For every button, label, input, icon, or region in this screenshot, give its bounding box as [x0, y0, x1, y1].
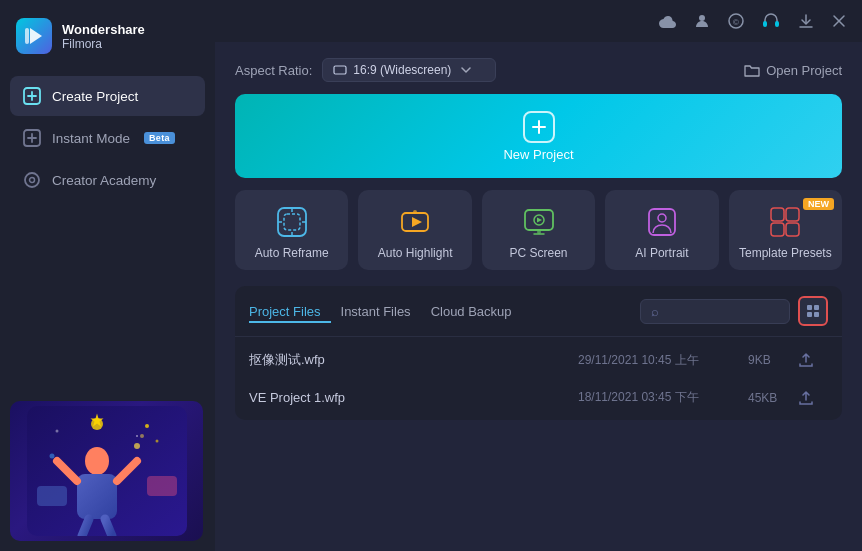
instant-mode-icon [22, 128, 42, 148]
cloud-icon[interactable] [658, 14, 676, 28]
content-area: Aspect Ratio: 16:9 (Widescreen) Open Pro… [215, 42, 862, 551]
project-files-section: Project Files Instant Files Cloud Backup… [235, 286, 842, 420]
copyright-icon[interactable]: © [728, 13, 744, 29]
aspect-ratio-value: 16:9 (Widescreen) [353, 63, 451, 77]
upload-icon[interactable] [798, 390, 828, 406]
action-card-auto-highlight[interactable]: Auto Highlight [358, 190, 471, 270]
files-list: 抠像测试.wfp 29/11/2021 10:45 上午 9KB VE Proj… [235, 337, 842, 420]
pc-screen-icon [521, 204, 557, 240]
new-project-plus-icon [523, 111, 555, 143]
pc-screen-label: PC Screen [510, 246, 568, 260]
svg-rect-58 [786, 208, 799, 221]
aspect-ratio-select[interactable]: 16:9 (Widescreen) [322, 58, 496, 82]
files-search: ⌕ [640, 296, 828, 326]
svg-rect-59 [771, 223, 784, 236]
template-presets-label: Template Presets [739, 246, 832, 260]
auto-reframe-label: Auto Reframe [255, 246, 329, 260]
auto-reframe-icon [274, 204, 310, 240]
new-project-label: New Project [503, 147, 573, 162]
sidebar-item-create-project[interactable]: Create Project [10, 76, 205, 116]
action-card-auto-reframe[interactable]: Auto Reframe [235, 190, 348, 270]
auto-highlight-label: Auto Highlight [378, 246, 453, 260]
beta-badge: Beta [144, 132, 175, 144]
svg-point-13 [155, 440, 158, 443]
svg-point-49 [413, 210, 417, 214]
close-icon[interactable] [832, 14, 846, 28]
svg-rect-32 [763, 21, 767, 27]
logo-icon [16, 18, 52, 54]
svg-marker-54 [537, 218, 542, 223]
table-row[interactable]: 抠像测试.wfp 29/11/2021 10:45 上午 9KB [235, 341, 842, 379]
download-icon[interactable] [798, 13, 814, 29]
create-project-label: Create Project [52, 89, 138, 104]
grid-icon [806, 304, 820, 318]
app-name: Wondershare [62, 22, 145, 37]
widescreen-icon [333, 65, 347, 75]
table-row[interactable]: VE Project 1.wfp 18/11/2021 03:45 下午 45K… [235, 379, 842, 416]
svg-rect-17 [77, 474, 117, 519]
creator-academy-label: Creator Academy [52, 173, 156, 188]
svg-rect-27 [37, 486, 67, 506]
search-icon: ⌕ [651, 304, 659, 319]
action-card-pc-screen[interactable]: PC Screen [482, 190, 595, 270]
sidebar: Wondershare Filmora Create Project [0, 0, 215, 551]
search-box[interactable]: ⌕ [640, 299, 790, 324]
auto-highlight-icon [397, 204, 433, 240]
action-card-template-presets[interactable]: NEW Template Presets [729, 190, 842, 270]
svg-point-29 [699, 15, 705, 21]
instant-mode-label: Instant Mode [52, 131, 130, 146]
svg-point-9 [25, 173, 39, 187]
app-name2: Filmora [62, 37, 145, 51]
sidebar-illustration [0, 391, 215, 551]
grid-view-button[interactable] [798, 296, 828, 326]
tab-cloud-backup[interactable]: Cloud Backup [431, 300, 522, 323]
svg-rect-38 [334, 66, 346, 74]
action-cards: Auto Reframe Auto Highlight [235, 190, 842, 270]
top-bar: © [215, 0, 862, 42]
logo-area: Wondershare Filmora [0, 0, 215, 72]
account-icon[interactable] [694, 13, 710, 29]
svg-rect-60 [786, 223, 799, 236]
sidebar-item-creator-academy[interactable]: Creator Academy [10, 160, 205, 200]
sidebar-nav: Create Project Instant Mode Beta [0, 72, 215, 204]
svg-point-23 [91, 418, 103, 430]
action-card-ai-portrait[interactable]: AI Portrait [605, 190, 718, 270]
svg-point-25 [140, 434, 144, 438]
files-header: Project Files Instant Files Cloud Backup… [235, 286, 842, 337]
aspect-ratio-label: Aspect Ratio: [235, 63, 312, 78]
aspect-ratio-bar: Aspect Ratio: 16:9 (Widescreen) Open Pro… [235, 58, 842, 82]
svg-text:©: © [733, 18, 739, 27]
illustration-svg [27, 406, 187, 536]
tab-instant-files[interactable]: Instant Files [341, 300, 421, 323]
sidebar-item-instant-mode[interactable]: Instant Mode Beta [10, 118, 205, 158]
svg-rect-33 [775, 21, 779, 27]
file-size: 45KB [748, 391, 798, 405]
svg-rect-62 [814, 305, 819, 310]
svg-point-26 [49, 454, 54, 459]
tab-project-files[interactable]: Project Files [249, 300, 331, 323]
svg-rect-2 [25, 28, 29, 44]
svg-rect-42 [284, 214, 300, 230]
main-content: © Aspect [215, 0, 862, 551]
file-date: 29/11/2021 10:45 上午 [578, 352, 748, 369]
svg-point-15 [55, 430, 58, 433]
headphone-icon[interactable] [762, 13, 780, 29]
new-badge: NEW [803, 198, 834, 210]
folder-icon [744, 63, 760, 77]
plus-icon [529, 117, 549, 137]
svg-rect-64 [814, 312, 819, 317]
logo-text: Wondershare Filmora [62, 22, 145, 51]
create-project-icon [22, 86, 42, 106]
svg-point-56 [658, 214, 666, 222]
file-name: 抠像测试.wfp [249, 351, 578, 369]
svg-rect-57 [771, 208, 784, 221]
aspect-ratio-left: Aspect Ratio: 16:9 (Widescreen) [235, 58, 496, 82]
open-project-label: Open Project [766, 63, 842, 78]
upload-icon[interactable] [798, 352, 828, 368]
svg-point-14 [136, 435, 138, 437]
open-project-button[interactable]: Open Project [744, 63, 842, 78]
new-project-banner[interactable]: New Project [235, 94, 842, 178]
svg-point-24 [134, 443, 140, 449]
ai-portrait-label: AI Portrait [635, 246, 688, 260]
file-date: 18/11/2021 03:45 下午 [578, 389, 748, 406]
